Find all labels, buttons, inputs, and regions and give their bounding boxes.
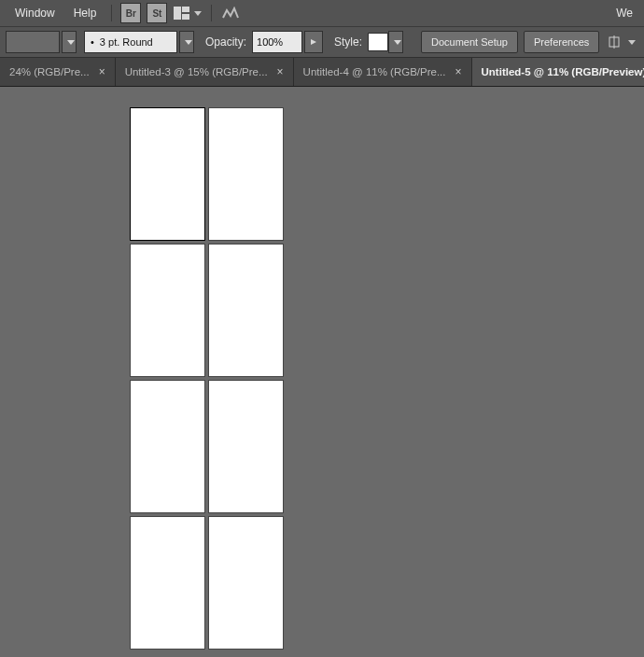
align-flyout-button[interactable] [608, 35, 636, 49]
stroke-preset-value: 3 pt. Round [100, 36, 153, 48]
document-tab[interactable]: 24% (RGB/Pre...× [0, 58, 116, 86]
document-setup-button[interactable]: Document Setup [421, 31, 518, 53]
control-bar: •3 pt. Round Opacity: 100% Style: Docume… [0, 27, 644, 58]
opacity-value: 100% [257, 36, 283, 48]
stroke-preset-dropdown[interactable] [179, 31, 194, 53]
document-tab-label: Untitled-4 @ 11% (RGB/Pre... [303, 66, 446, 77]
close-icon[interactable]: × [277, 65, 284, 78]
opacity-flyout-button[interactable] [304, 31, 323, 53]
gpu-preview-button[interactable] [221, 7, 240, 20]
workspace-label[interactable]: We [610, 7, 638, 20]
graphic-style-swatch[interactable] [368, 33, 388, 51]
artboard[interactable] [131, 108, 204, 240]
stroke-preset-field[interactable]: •3 pt. Round [84, 31, 177, 53]
artboard[interactable] [131, 517, 204, 649]
close-icon[interactable]: × [99, 65, 105, 78]
document-tab-label: Untitled-3 @ 15% (RGB/Pre... [125, 66, 268, 77]
chevron-down-icon [394, 40, 401, 45]
preferences-button[interactable]: Preferences [524, 31, 599, 53]
menu-separator [211, 5, 212, 21]
menu-window[interactable]: Window [6, 0, 64, 26]
artboard[interactable] [209, 245, 283, 376]
close-icon[interactable]: × [455, 65, 462, 78]
chevron-down-icon [67, 40, 75, 45]
stock-shortcut-button[interactable]: St [147, 3, 167, 23]
document-tab[interactable]: Untitled-3 @ 15% (RGB/Pre...× [116, 58, 294, 86]
document-tab[interactable]: Untitled-4 @ 11% (RGB/Pre...× [294, 58, 472, 86]
svg-rect-1 [182, 7, 189, 12]
menu-separator [111, 5, 112, 21]
chevron-down-icon [628, 40, 636, 45]
document-tab-label: Untitled-5 @ 11% (RGB/Preview) [482, 66, 644, 77]
canvas-area[interactable] [0, 87, 644, 657]
document-tab[interactable]: Untitled-5 @ 11% (RGB/Preview)× [472, 58, 644, 86]
menu-help[interactable]: Help [64, 0, 106, 26]
bridge-shortcut-button[interactable]: Br [120, 3, 141, 23]
style-label: Style: [334, 35, 362, 49]
selection-info-dropdown[interactable] [62, 31, 77, 53]
menu-bar: Window Help Br St We [0, 0, 644, 27]
chevron-down-icon [194, 11, 202, 16]
artboard[interactable] [209, 108, 283, 240]
svg-rect-0 [174, 7, 181, 20]
opacity-field[interactable]: 100% [252, 31, 302, 53]
document-tab-bar: 24% (RGB/Pre...×Untitled-3 @ 15% (RGB/Pr… [0, 58, 644, 87]
graphic-style-dropdown[interactable] [388, 31, 403, 53]
arrange-documents-button[interactable] [174, 7, 202, 20]
selection-info-field[interactable] [6, 31, 60, 53]
artboard[interactable] [209, 381, 283, 512]
opacity-label: Opacity: [205, 35, 246, 49]
chevron-down-icon [185, 40, 192, 45]
svg-rect-2 [182, 14, 189, 20]
artboard[interactable] [131, 381, 204, 512]
artboard[interactable] [209, 517, 283, 649]
artboard[interactable] [131, 245, 204, 376]
document-tab-label: 24% (RGB/Pre... [9, 66, 90, 77]
